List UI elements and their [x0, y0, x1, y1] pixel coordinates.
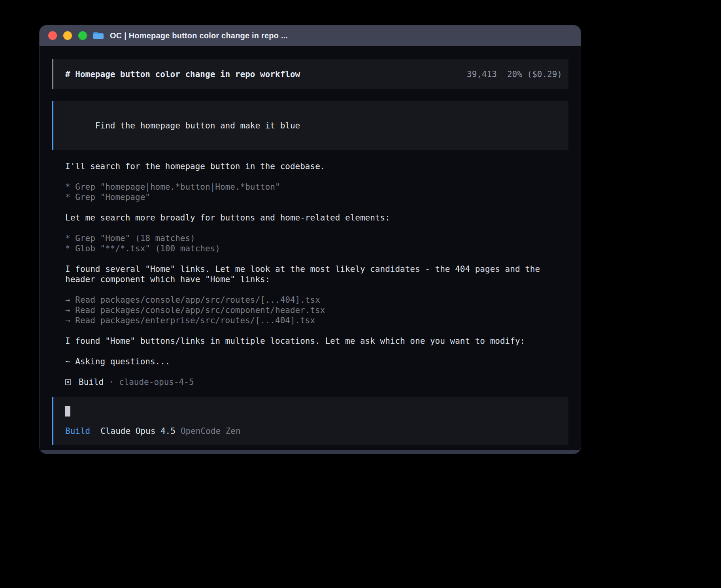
transcript-line: [65, 285, 568, 295]
model-row: Build Claude Opus 4.5 OpenCode Zen: [65, 426, 557, 436]
transcript-line: → Read packages/enterprise/src/routes/[.…: [65, 315, 568, 326]
transcript-line: I found several "Home" links. Let me loo…: [65, 264, 568, 285]
titlebar[interactable]: OC | Homepage button color change in rep…: [40, 25, 581, 46]
session-header: # Homepage button color change in repo w…: [52, 59, 568, 89]
transcript-line: → Read packages/console/app/src/componen…: [65, 305, 568, 315]
transcript-line: * Grep "Homepage": [65, 192, 568, 202]
provider-name: OpenCode Zen: [181, 426, 241, 436]
agent-name: Build: [79, 377, 104, 387]
minimize-button[interactable]: [63, 31, 72, 40]
session-title: # Homepage button color change in repo w…: [65, 69, 300, 79]
transcript-line: [65, 223, 568, 233]
model-name: Claude Opus 4.5: [100, 426, 176, 436]
session-stats: 39,413 20% ($0.29): [467, 69, 562, 79]
transcript-line: Let me search more broadly for buttons a…: [65, 213, 568, 223]
prompt-input[interactable]: Build Claude Opus 4.5 OpenCode Zen: [52, 397, 568, 445]
transcript-line: ~ Asking questions...: [65, 356, 568, 367]
transcript-line: I'll search for the homepage button in t…: [65, 161, 568, 172]
close-button[interactable]: [48, 31, 57, 40]
user-message-text: Find the homepage button and make it blu…: [95, 121, 300, 130]
agent-icon: [65, 379, 71, 385]
transcript-line: I found "Home" buttons/links in multiple…: [65, 336, 568, 346]
agent-mode-label[interactable]: Build: [65, 426, 90, 436]
window-title: OC | Homepage button color change in rep…: [110, 31, 288, 40]
transcript-line: [65, 172, 568, 182]
agent-separator: ·: [109, 377, 114, 387]
transcript-line: [65, 254, 568, 264]
transcript-line: * Grep "homepage|home.*button|Home.*butt…: [65, 182, 568, 192]
window-bottom-frame: [40, 450, 581, 454]
transcript: I'll search for the homepage button in t…: [65, 161, 568, 367]
transcript-line: * Glob "**/*.tsx" (100 matches): [65, 243, 568, 254]
transcript-line: [65, 326, 568, 336]
agent-status: Build · claude-opus-4-5: [65, 377, 568, 387]
context-usage: 20% ($0.29): [507, 69, 562, 79]
token-count: 39,413: [467, 69, 497, 79]
transcript-line: * Grep "Home" (18 matches): [65, 233, 568, 243]
transcript-line: [65, 346, 568, 356]
transcript-line: → Read packages/console/app/src/routes/[…: [65, 295, 568, 305]
transcript-line: [65, 202, 568, 213]
session-content: # Homepage button color change in repo w…: [40, 46, 581, 454]
agent-model: claude-opus-4-5: [119, 377, 194, 387]
folder-icon: [92, 31, 104, 40]
text-cursor: [65, 406, 70, 416]
user-message: Find the homepage button and make it blu…: [52, 101, 568, 150]
terminal-window: OC | Homepage button color change in rep…: [40, 25, 581, 454]
zoom-button[interactable]: [78, 31, 87, 40]
